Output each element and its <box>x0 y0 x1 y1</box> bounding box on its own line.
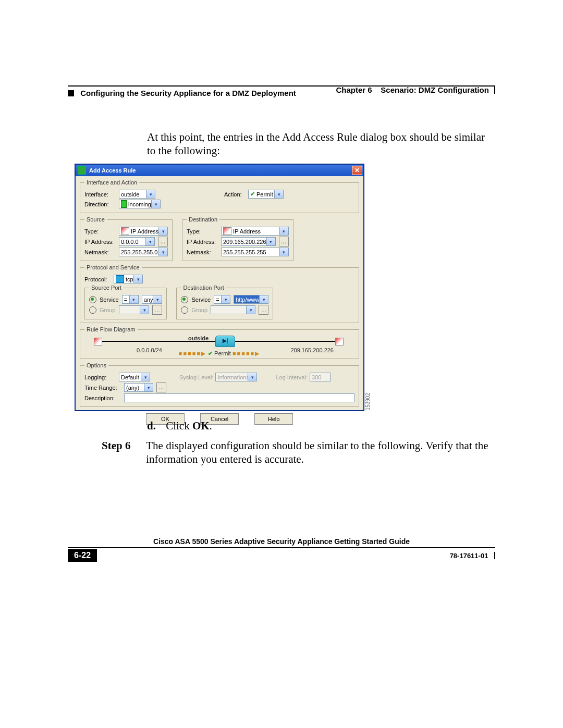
group-protocol: Protocol and Service Protocol: tcp ▾ Sou… <box>80 264 359 323</box>
substep-letter: d. <box>147 419 156 432</box>
src-service-combo[interactable]: any ▾ <box>142 295 163 304</box>
flow-dst-icon <box>335 338 344 346</box>
src-type-value: IP Address <box>131 228 158 235</box>
chevron-down-icon: ▾ <box>144 384 153 391</box>
dst-ip-combo[interactable]: 209.165.200.226 ▾ <box>221 237 276 246</box>
dst-service-combo[interactable]: http/www ▾ <box>234 295 268 304</box>
dst-op-value: = <box>216 297 219 303</box>
flow-router-icon: ▶| <box>215 336 235 347</box>
dst-group-combo: ▾ <box>211 305 255 314</box>
step-label: Step 6 <box>102 439 143 452</box>
direction-label: Direction: <box>84 201 116 207</box>
permit-check-icon: ✔ <box>250 191 255 198</box>
flow-arrow-left-icon: ■■■■■▶ <box>179 350 206 356</box>
chevron-down-icon: ▾ <box>279 248 288 256</box>
dst-ip-value: 209.165.200.226 <box>223 239 266 245</box>
dialog-titlebar: Add Access Rule ✕ <box>76 165 363 176</box>
src-op-value: = <box>124 297 127 303</box>
dst-type-combo[interactable]: IP Address ▾ <box>221 227 289 236</box>
src-ip-browse-button[interactable]: … <box>158 237 168 246</box>
dst-group-browse-button: … <box>259 305 268 315</box>
close-icon[interactable]: ✕ <box>352 166 362 175</box>
dst-service-value: http/www <box>236 297 259 303</box>
legend-interface-action: Interface and Action <box>84 179 139 186</box>
page-footer: Cisco ASA 5500 Series Adaptive Security … <box>68 537 495 562</box>
logging-combo[interactable]: Default ▾ <box>119 373 150 381</box>
legend-dstport: Destination Port <box>181 285 226 291</box>
interface-label: Interface: <box>84 191 116 198</box>
action-combo[interactable]: ✔ Permit ▾ <box>248 190 284 199</box>
ip-icon <box>121 227 129 235</box>
footer-doc-number: 78-17611-01 <box>450 552 488 560</box>
legend-destination: Destination <box>187 216 219 223</box>
tcp-icon <box>116 275 124 283</box>
dst-op-combo[interactable]: = ▾ <box>214 295 230 304</box>
flow-interface: outside <box>188 335 209 341</box>
timerange-browse-button[interactable]: … <box>156 382 166 392</box>
chevron-down-icon: ▾ <box>246 306 255 314</box>
src-service-radio[interactable] <box>89 296 96 303</box>
chevron-down-icon: ▾ <box>151 200 160 208</box>
flow-dst-caption: 209.165.200.226 <box>290 347 334 353</box>
dialog-title: Add Access Rule <box>89 167 136 174</box>
dst-group-radio[interactable] <box>181 306 188 314</box>
legend-protocol: Protocol and Service <box>84 264 142 270</box>
dst-ip-label: IP Address: <box>187 239 218 245</box>
legend-source: Source <box>84 216 107 223</box>
running-head: Chapter 6 Scenario: DMZ Configuration Co… <box>68 85 495 97</box>
timerange-label: Time Range: <box>84 385 121 391</box>
footer-page-number: 6-22 <box>68 549 97 562</box>
src-ip-combo[interactable]: 0.0.0.0 ▾ <box>119 237 155 246</box>
dst-service-label: Service <box>191 297 211 303</box>
src-group-radio[interactable] <box>89 306 96 314</box>
flow-check-icon: ✔ <box>208 350 213 356</box>
substep-bold: OK <box>192 419 210 432</box>
protocol-combo[interactable]: tcp ▾ <box>114 275 143 283</box>
header-tick-icon <box>494 87 495 94</box>
chevron-down-icon: ▾ <box>140 306 149 314</box>
substep-prefix: Click <box>166 419 192 432</box>
chevron-down-icon: ▾ <box>158 248 167 256</box>
timerange-value: (any) <box>126 385 139 391</box>
scenario-label: Scenario: DMZ Configuration <box>381 85 489 94</box>
group-destination: Destination Type: IP Address ▾ IP Addres… <box>182 216 293 261</box>
chevron-down-icon: ▾ <box>221 295 230 303</box>
timerange-combo[interactable]: (any) ▾ <box>124 383 153 392</box>
chapter-label: Chapter 6 <box>336 85 372 94</box>
dst-mask-value: 255.255.255.255 <box>223 249 266 255</box>
dst-service-radio[interactable] <box>181 296 188 303</box>
syslog-label: Syslog Level: <box>179 374 213 380</box>
intro-paragraph: At this point, the entries in the Add Ac… <box>147 130 493 158</box>
chevron-down-icon: ▾ <box>145 238 154 245</box>
dst-mask-combo[interactable]: 255.255.255.255 ▾ <box>221 248 289 256</box>
flow-src-icon <box>94 338 102 346</box>
src-mask-label: Netmask: <box>84 249 116 255</box>
group-interface-action: Interface and Action Interface: outside … <box>80 179 359 213</box>
ip-icon <box>223 227 231 235</box>
logging-value: Default <box>121 374 139 380</box>
legend-options: Options <box>84 362 108 368</box>
dst-mask-label: Netmask: <box>187 249 218 255</box>
footer-book-title: Cisco ASA 5500 Series Adaptive Security … <box>68 537 495 548</box>
src-type-combo[interactable]: IP Address ▾ <box>119 227 168 236</box>
chevron-down-icon: ▾ <box>133 275 142 283</box>
chevron-down-icon: ▾ <box>129 295 138 303</box>
group-flow: Rule Flow Diagram outside ▶| 0.0.0.0/24 … <box>80 326 359 359</box>
protocol-value: tcp <box>126 276 133 282</box>
src-op-combo[interactable]: = ▾ <box>122 295 139 304</box>
src-group-label: Group <box>100 307 116 313</box>
action-label: Action: <box>224 191 245 198</box>
substep-d: d. Click OK. <box>147 419 493 433</box>
flow-src-caption: 0.0.0.0/24 <box>137 347 162 353</box>
step-6: Step 6 The displayed configuration shoul… <box>102 439 493 466</box>
group-source-port: Source Port Service = ▾ any ▾ <box>84 285 167 319</box>
chevron-down-icon: ▾ <box>248 373 256 381</box>
src-type-label: Type: <box>84 228 116 235</box>
direction-combo[interactable]: incoming ▾ <box>119 200 161 208</box>
src-mask-combo[interactable]: 255.255.255.0 ▾ <box>119 248 168 256</box>
footer-tick-icon <box>494 552 495 559</box>
description-field[interactable] <box>124 393 354 402</box>
chevron-down-icon: ▾ <box>279 227 288 235</box>
dst-ip-browse-button[interactable]: … <box>279 237 289 246</box>
interface-combo[interactable]: outside ▾ <box>119 190 155 199</box>
